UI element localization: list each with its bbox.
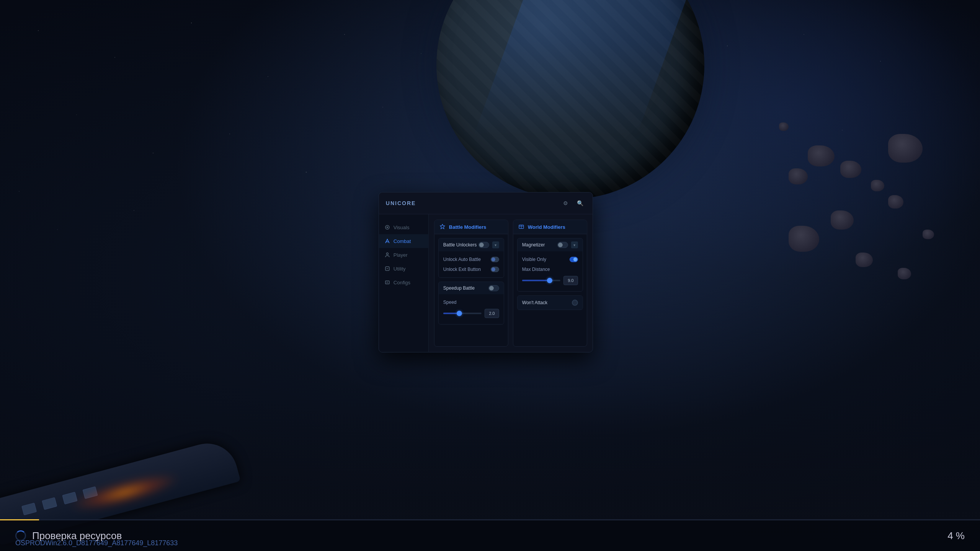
configs-icon <box>384 279 390 285</box>
utility-icon <box>384 266 390 272</box>
battle-modifiers-title-wrap: Battle Modifiers <box>440 224 487 230</box>
battle-modifiers-title: Battle Modifiers <box>449 224 487 230</box>
battle-unlockers-expand[interactable]: ▾ <box>492 241 499 248</box>
battle-modifiers-panel: Battle Modifiers Battle Unlockers ▾ <box>434 220 508 347</box>
window-controls: ⚙ 🔍 <box>560 198 586 209</box>
settings-button[interactable]: ⚙ <box>560 198 571 209</box>
max-distance-label: Max Distance <box>522 267 550 272</box>
asteroid-4 <box>888 195 903 209</box>
max-distance-row: Max Distance <box>522 264 578 274</box>
speedup-battle-section: Speedup Battle Speed <box>438 282 504 324</box>
asteroid-5 <box>888 134 923 163</box>
wont-attack-section: Won't Attack <box>517 295 583 310</box>
player-icon <box>384 252 390 258</box>
visuals-icon <box>384 224 390 230</box>
world-modifiers-header: World Modifiers <box>513 220 587 234</box>
world-modifiers-icon <box>519 224 525 230</box>
unlock-auto-battle-label: Unlock Auto Battle <box>443 257 481 262</box>
sidebar-item-player[interactable]: Player <box>379 248 428 262</box>
unlock-auto-battle-row: Unlock Auto Battle <box>443 254 499 264</box>
sidebar-item-combat-label: Combat <box>394 238 411 244</box>
sidebar-item-visuals[interactable]: Visuals <box>379 220 428 234</box>
asteroid-12 <box>898 268 911 279</box>
spaceship-window-2 <box>42 497 57 510</box>
unlock-auto-battle-toggle[interactable] <box>491 257 499 262</box>
magnetizer-controls: ▾ <box>557 241 578 248</box>
app-window: UNICORE ⚙ 🔍 Visuals <box>379 192 593 352</box>
unlock-exit-button-label: Unlock Exit Button <box>443 267 481 272</box>
sidebar-item-combat[interactable]: Combat <box>379 234 428 248</box>
search-icon: 🔍 <box>577 200 583 206</box>
world-modifiers-title: World Modifiers <box>528 224 565 230</box>
speedup-battle-header[interactable]: Speedup Battle <box>439 282 504 294</box>
chevron-down-icon: ▾ <box>495 243 497 247</box>
speed-row: Speed <box>443 297 499 307</box>
unlock-exit-button-row: Unlock Exit Button <box>443 264 499 274</box>
search-button[interactable]: 🔍 <box>575 198 586 209</box>
asteroid-11 <box>856 253 873 267</box>
speed-slider-fill <box>443 313 457 314</box>
asteroid-2 <box>871 180 884 191</box>
magnetizer-expand[interactable]: ▾ <box>571 241 578 248</box>
app-title: UNICORE <box>386 200 416 206</box>
sidebar-item-utility[interactable]: Utility <box>379 262 428 276</box>
asteroid-3 <box>808 145 835 166</box>
wont-attack-header[interactable]: Won't Attack <box>518 296 583 310</box>
speed-label: Speed <box>443 300 457 305</box>
gear-icon: ⚙ <box>563 200 568 206</box>
sidebar: Visuals Combat Player <box>379 214 429 352</box>
max-distance-slider-track[interactable] <box>522 280 560 281</box>
window-header: UNICORE ⚙ 🔍 <box>379 192 593 214</box>
speedup-battle-controls <box>488 285 499 291</box>
asteroid-8 <box>831 210 854 230</box>
max-distance-slider-row: 9.0 <box>522 274 578 288</box>
sidebar-item-configs[interactable]: Configs <box>379 276 428 289</box>
battle-unlockers-toggle[interactable] <box>479 242 489 248</box>
svg-rect-6 <box>385 281 389 284</box>
speed-slider-track[interactable] <box>443 313 482 314</box>
window-body: Visuals Combat Player <box>379 214 593 352</box>
battle-modifiers-header: Battle Modifiers <box>434 220 508 234</box>
svg-point-3 <box>386 253 388 255</box>
battle-modifiers-icon <box>440 224 446 230</box>
progress-bar-fill <box>0 519 39 520</box>
spaceship-window-1 <box>21 503 37 515</box>
world-modifiers-title-wrap: World Modifiers <box>519 224 565 230</box>
visible-only-label: Visible Only <box>522 257 546 262</box>
progress-bar-container <box>0 519 980 520</box>
version-text: OSPRODWin2.6.0_D8177649_A8177649_L817763… <box>15 539 178 547</box>
content-area: Battle Modifiers Battle Unlockers ▾ <box>429 214 593 352</box>
max-distance-slider-thumb[interactable] <box>547 278 552 283</box>
speed-value: 2.0 <box>485 309 499 318</box>
sidebar-item-player-label: Player <box>394 252 408 258</box>
asteroid-10 <box>789 226 819 252</box>
speed-slider-thumb[interactable] <box>457 311 462 316</box>
asteroid-6 <box>923 230 934 239</box>
battle-unlockers-title: Battle Unlockers <box>443 242 477 248</box>
battle-unlockers-header[interactable]: Battle Unlockers ▾ <box>439 238 504 251</box>
speedup-battle-toggle[interactable] <box>488 285 499 291</box>
magnetizer-body: Visible Only Max Distance 9.0 <box>518 251 583 291</box>
sidebar-item-configs-label: Configs <box>394 280 410 285</box>
visible-only-row: Visible Only <box>522 254 578 264</box>
visible-only-toggle[interactable] <box>570 257 578 262</box>
wont-attack-toggle[interactable] <box>572 300 578 306</box>
sidebar-item-visuals-label: Visuals <box>394 225 410 230</box>
world-modifiers-panel: World Modifiers Magnetizer ▾ <box>513 220 587 347</box>
speedup-battle-title: Speedup Battle <box>443 285 475 291</box>
max-distance-slider-fill <box>522 280 547 281</box>
magnetizer-header[interactable]: Magnetizer ▾ <box>518 238 583 251</box>
max-distance-value: 9.0 <box>564 276 578 285</box>
battle-unlockers-body: Unlock Auto Battle Unlock Exit Button <box>439 251 504 277</box>
combat-icon <box>384 238 390 244</box>
wont-attack-title: Won't Attack <box>522 300 547 305</box>
svg-point-1 <box>387 227 388 228</box>
asteroid-1 <box>840 161 861 178</box>
chevron-down-icon: ▾ <box>573 243 575 247</box>
unlock-exit-button-toggle[interactable] <box>491 267 499 272</box>
asteroid-7 <box>789 168 808 184</box>
magnetizer-toggle[interactable] <box>557 242 568 248</box>
magnetizer-title: Magnetizer <box>522 242 545 248</box>
speedup-battle-body: Speed 2.0 <box>439 294 504 324</box>
asteroid-9 <box>779 122 789 131</box>
